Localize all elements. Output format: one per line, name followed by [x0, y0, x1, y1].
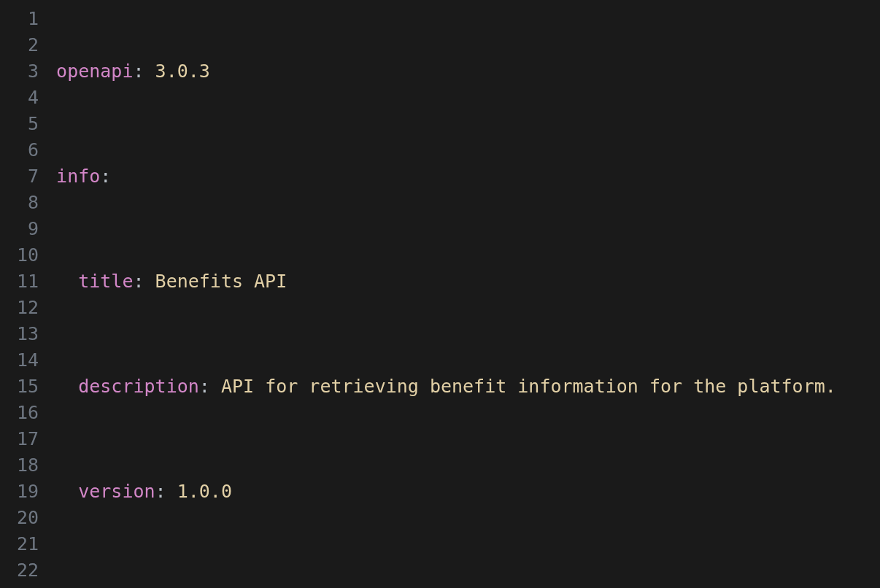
code-line[interactable]: title: Benefits API [56, 268, 880, 295]
line-number: 8 [6, 190, 39, 216]
line-number: 1 [6, 6, 39, 32]
line-number: 13 [6, 321, 39, 347]
line-number-gutter: 1 2 3 4 5 6 7 8 9 10 11 12 13 14 15 16 1… [0, 0, 56, 588]
yaml-value: 1.0.0 [177, 481, 232, 502]
code-line[interactable]: info: [56, 163, 880, 190]
line-number: 4 [6, 85, 39, 111]
line-number: 14 [6, 347, 39, 374]
line-number: 21 [6, 531, 39, 557]
yaml-key: description [78, 376, 199, 397]
line-number: 2 [6, 32, 39, 58]
yaml-value: API for retrieving benefit information f… [221, 376, 836, 397]
line-number: 9 [6, 216, 39, 242]
code-line[interactable]: version: 1.0.0 [56, 479, 880, 505]
yaml-key: openapi [56, 61, 133, 82]
line-number: 20 [6, 505, 39, 531]
code-editor[interactable]: 1 2 3 4 5 6 7 8 9 10 11 12 13 14 15 16 1… [0, 0, 880, 588]
line-number: 15 [6, 374, 39, 400]
yaml-key: version [78, 481, 155, 502]
line-number: 5 [6, 111, 39, 137]
line-number: 22 [6, 557, 39, 584]
line-number: 3 [6, 58, 39, 85]
colon: : [133, 61, 144, 82]
code-line[interactable]: openapi: 3.0.3 [56, 58, 880, 85]
line-number: 16 [6, 400, 39, 426]
line-number: 10 [6, 242, 39, 268]
line-number: 17 [6, 426, 39, 452]
code-line[interactable]: servers: [56, 584, 880, 588]
colon: : [100, 166, 111, 187]
line-number: 19 [6, 479, 39, 505]
line-number: 18 [6, 452, 39, 479]
line-number: 6 [6, 137, 39, 163]
line-number: 12 [6, 295, 39, 321]
yaml-value: 3.0.3 [155, 61, 210, 82]
line-number: 11 [6, 268, 39, 295]
code-line[interactable]: description: API for retrieving benefit … [56, 374, 880, 400]
code-area[interactable]: openapi: 3.0.3 info: title: Benefits API… [56, 0, 880, 588]
yaml-key: info [56, 166, 100, 187]
yaml-value: Benefits API [155, 271, 287, 292]
line-number: 7 [6, 163, 39, 190]
yaml-key: title [78, 271, 133, 292]
